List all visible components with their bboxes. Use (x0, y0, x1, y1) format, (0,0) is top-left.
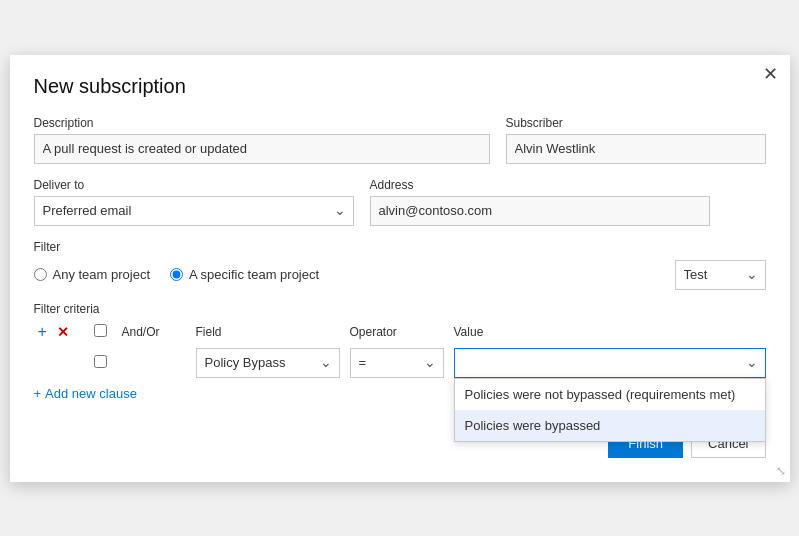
description-group: Description (34, 116, 490, 164)
new-subscription-dialog: ✕ New subscription Description Subscribe… (10, 55, 790, 482)
criteria-columns-header: + ✕ And/Or Field Operator Value (34, 322, 766, 344)
resize-handle[interactable]: ⤡ (776, 464, 786, 478)
project-select-wrapper: Test Project A Project B (675, 260, 766, 290)
field-select[interactable]: Policy Bypass Status Author (196, 348, 340, 378)
deliver-address-row: Deliver to Preferred email Address (34, 178, 766, 226)
specific-team-project-radio[interactable] (170, 268, 183, 281)
value-input[interactable] (454, 348, 766, 378)
value-col-header: Value (454, 325, 766, 339)
subscriber-label: Subscriber (506, 116, 766, 130)
deliver-to-select-wrapper: Preferred email (34, 196, 354, 226)
specific-team-project-radio-group: A specific team project (170, 267, 319, 282)
any-team-project-radio-group: Any team project (34, 267, 151, 282)
filter-section: Filter Any team project A specific team … (34, 240, 766, 290)
value-cell: ⌄ Policies were not bypassed (requiremen… (454, 348, 766, 378)
operator-select-wrapper: = != < > (350, 348, 444, 378)
field-select-wrapper: Policy Bypass Status Author (196, 348, 340, 378)
add-clause-label: Add new clause (45, 386, 137, 401)
close-button[interactable]: ✕ (763, 65, 778, 83)
criteria-row: Policy Bypass Status Author = != < > (34, 348, 766, 378)
value-dropdown-list: Policies were not bypassed (requirements… (454, 378, 766, 442)
add-criteria-button[interactable]: + (34, 322, 51, 342)
add-clause-button[interactable]: + Add new clause (34, 386, 137, 401)
add-clause-plus-icon: + (34, 386, 42, 401)
description-input[interactable] (34, 134, 490, 164)
row-checkbox[interactable] (94, 355, 107, 368)
field-col-header: Field (196, 325, 346, 339)
actions-col-spacer: + ✕ (34, 322, 94, 342)
select-all-checkbox[interactable] (94, 324, 107, 337)
specific-team-project-label[interactable]: A specific team project (189, 267, 319, 282)
subscriber-group: Subscriber (506, 116, 766, 164)
subscriber-input[interactable] (506, 134, 766, 164)
filter-criteria-label: Filter criteria (34, 302, 766, 316)
operator-select[interactable]: = != < > (350, 348, 444, 378)
any-team-project-label[interactable]: Any team project (53, 267, 151, 282)
address-group: Address (370, 178, 710, 226)
delete-criteria-button[interactable]: ✕ (53, 323, 73, 341)
address-input[interactable] (370, 196, 710, 226)
any-team-project-radio[interactable] (34, 268, 47, 281)
filter-criteria-section: Filter criteria + ✕ And/Or Field Operato… (34, 302, 766, 401)
operator-col-header: Operator (350, 325, 450, 339)
filter-radios: Any team project A specific team project… (34, 260, 766, 290)
field-cell: Policy Bypass Status Author (196, 348, 346, 378)
dialog-title: New subscription (34, 75, 766, 98)
project-select[interactable]: Test Project A Project B (675, 260, 766, 290)
description-subscriber-row: Description Subscriber (34, 116, 766, 164)
andor-col-header: And/Or (122, 325, 192, 339)
description-label: Description (34, 116, 490, 130)
dropdown-item-1[interactable]: Policies were not bypassed (requirements… (455, 379, 765, 410)
deliver-to-group: Deliver to Preferred email (34, 178, 354, 226)
checkbox-col-header (94, 324, 118, 340)
address-label: Address (370, 178, 710, 192)
deliver-to-select[interactable]: Preferred email (34, 196, 354, 226)
filter-label: Filter (34, 240, 766, 254)
dropdown-item-2[interactable]: Policies were bypassed (455, 410, 765, 441)
deliver-to-label: Deliver to (34, 178, 354, 192)
row-checkbox-wrapper (94, 355, 118, 371)
operator-cell: = != < > (350, 348, 450, 378)
